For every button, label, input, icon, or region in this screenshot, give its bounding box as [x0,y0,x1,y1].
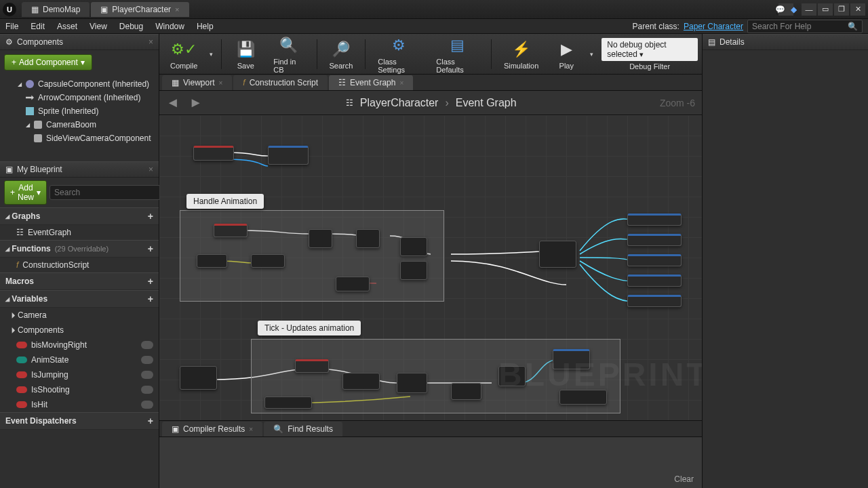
visibility-icon[interactable] [141,401,153,409]
expand-icon[interactable]: ◢ [18,81,22,87]
close-icon[interactable]: × [399,79,403,87]
restore-button[interactable]: ▭ [818,3,833,16]
blueprint-search-input[interactable] [50,185,161,200]
menu-debug[interactable]: Debug [119,22,143,31]
close-icon[interactable]: × [149,165,153,174]
menu-view[interactable]: View [90,22,107,31]
variable-item[interactable]: IsShooting [0,382,159,397]
graph-item[interactable]: ☷EventGraph [0,225,159,240]
graph-node[interactable] [627,254,682,266]
add-icon[interactable]: + [148,293,153,304]
comment-label[interactable]: Handle Animation [186,194,264,209]
tab-demomap[interactable]: ▦ DemoMap [22,2,90,17]
graph-node[interactable] [336,277,370,291]
tab-compiler-results[interactable]: ▣Compiler Results× [162,422,262,436]
compile-button[interactable]: ⚙✓Compile [163,37,204,71]
menu-asset[interactable]: Asset [57,22,77,31]
visibility-icon[interactable] [141,371,153,379]
add-icon[interactable]: + [148,415,153,426]
chat-icon[interactable]: 💬 [775,5,785,14]
tab-viewport[interactable]: ▦Viewport× [162,75,232,90]
add-icon[interactable]: + [148,243,153,254]
tab-event-graph[interactable]: ☷Event Graph× [329,75,413,90]
close-icon[interactable]: × [218,79,222,87]
graph-node[interactable] [451,383,481,400]
maximize-button[interactable]: ❐ [834,3,849,16]
variable-item[interactable]: bisMovingRight [0,338,159,352]
variable-item[interactable]: AnimState [0,352,159,367]
minimize-button[interactable]: — [802,3,816,16]
graph-node[interactable] [627,295,682,307]
comment-label[interactable]: Tick - Updates animation [258,321,361,336]
component-item[interactable]: ◢CameraBoom [1,118,157,131]
graph-node[interactable] [627,274,682,287]
menu-file[interactable]: File [5,22,18,31]
dropdown-icon[interactable]: ▾ [207,51,216,58]
class-settings-button[interactable]: ⚙Class Settings [371,33,427,75]
variable-item[interactable]: IsHit [0,397,159,412]
graph-node[interactable] [251,254,285,268]
graph-node[interactable] [193,146,234,161]
graph-node[interactable] [553,349,590,369]
help-search-input[interactable]: Search For Help 🔍 [747,20,863,33]
graph-node[interactable] [400,237,427,256]
details-panel-header[interactable]: ▤ Details [703,34,868,50]
graph-node[interactable] [559,390,607,405]
add-component-button[interactable]: + Add Component ▾ [4,54,92,70]
category-macros[interactable]: Macros+ [0,272,159,290]
graph-node[interactable] [342,373,380,390]
dropdown-icon[interactable]: ▾ [587,51,596,58]
graph-node[interactable] [539,241,576,268]
graph-node[interactable] [180,366,217,390]
debug-object-combo[interactable]: No debug object selected ▾ [601,38,698,61]
close-icon[interactable]: × [149,37,153,47]
myblueprint-panel-header[interactable]: ▣ My Blueprint × [0,161,159,178]
nav-forward-button[interactable]: ► [189,95,203,110]
tab-find-results[interactable]: 🔍Find Results [264,422,342,436]
category-graphs[interactable]: ◢ Graphs+ [0,207,159,225]
menu-help[interactable]: Help [197,22,214,31]
graph-node[interactable] [627,234,682,246]
tab-construction-script[interactable]: fConstruction Script [233,75,328,90]
variable-group[interactable]: ◢Components [0,323,159,338]
component-item[interactable]: ◢CapsuleComponent (Inherited) [1,77,157,91]
expand-icon[interactable]: ◢ [26,122,30,128]
category-variables[interactable]: ◢ Variables+ [0,290,159,308]
breadcrumb-root[interactable]: PlayerCharacter [360,97,439,109]
simulation-button[interactable]: ⚡Simulation [497,37,545,71]
graph-node[interactable] [214,224,248,237]
play-button[interactable]: ▶Play [548,37,585,71]
find-in-cb-button[interactable]: 🔍Find in CB [267,33,311,75]
graph-node[interactable] [627,214,682,226]
graph-node[interactable] [498,366,526,386]
parent-class-link[interactable]: Paper Character [684,22,743,31]
add-icon[interactable]: + [148,276,153,287]
graph-node[interactable] [309,229,332,248]
close-icon[interactable]: × [175,5,179,14]
close-icon[interactable]: × [249,426,253,433]
graph-node[interactable] [356,229,380,248]
components-panel-header[interactable]: ⚙ Components × [0,34,159,50]
graph-node[interactable] [400,261,427,280]
add-new-button[interactable]: + Add New ▾ [4,180,47,205]
class-defaults-button[interactable]: ▤Class Defaults [429,33,486,75]
category-dispatchers[interactable]: Event Dispatchers+ [0,412,159,430]
graph-node[interactable] [268,146,309,165]
event-graph-canvas[interactable]: Handle Animation Tick - Updates animatio… [159,115,702,420]
category-functions[interactable]: ◢ Functions(29 Overridable)+ [0,240,159,258]
component-item[interactable]: ArrowComponent (Inherited) [1,91,157,104]
breadcrumb-leaf[interactable]: Event Graph [456,97,517,109]
graph-node[interactable] [397,373,427,393]
visibility-icon[interactable] [141,356,153,364]
visibility-icon[interactable] [141,341,153,349]
variable-item[interactable]: IsJumping [0,367,159,382]
component-item[interactable]: SideViewCameraComponent [1,131,157,145]
function-item[interactable]: fConstructionScript [0,258,159,272]
graph-node[interactable] [197,254,227,268]
add-icon[interactable]: + [148,211,153,222]
variable-group[interactable]: ◢Camera [0,308,159,323]
close-window-button[interactable]: ✕ [850,3,865,16]
clear-button[interactable]: Clear [674,474,694,484]
graph-node[interactable] [295,359,329,373]
visibility-icon[interactable] [141,386,153,394]
